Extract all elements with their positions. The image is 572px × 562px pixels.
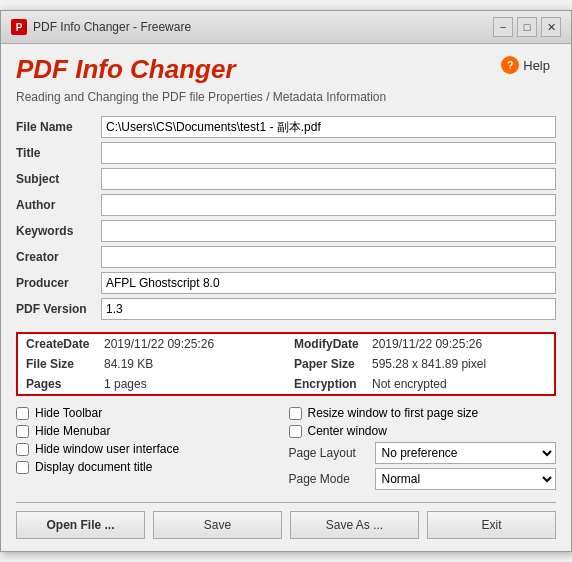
info-box: CreateDate 2019/11/22 09:25:26 ModifyDat… [16, 332, 556, 396]
create-date-cell: CreateDate 2019/11/22 09:25:26 [18, 334, 286, 354]
display-doc-title-label: Display document title [35, 460, 152, 474]
center-window-row[interactable]: Center window [289, 424, 557, 438]
file-size-cell: File Size 84.19 KB [18, 354, 286, 374]
creator-label: Creator [16, 244, 101, 270]
keywords-input[interactable] [101, 220, 556, 242]
hide-toolbar-checkbox[interactable] [16, 407, 29, 420]
options-section: Hide Toolbar Hide Menubar Hide window us… [16, 406, 556, 490]
form-grid: File Name Title Subject Author Keywords … [16, 114, 556, 322]
help-label: Help [523, 58, 550, 73]
exit-button[interactable]: Exit [427, 511, 556, 539]
main-content: File Name Title Subject Author Keywords … [1, 114, 571, 551]
producer-label: Producer [16, 270, 101, 296]
title-bar: P PDF Info Changer - Freeware − □ ✕ [1, 11, 571, 44]
create-date-label: CreateDate [26, 337, 96, 351]
button-row: Open File ... Save Save As ... Exit [16, 511, 556, 551]
save-as-button[interactable]: Save As ... [290, 511, 419, 539]
encryption-value: Not encrypted [372, 377, 447, 391]
page-mode-label: Page Mode [289, 472, 369, 486]
title-label: Title [16, 140, 101, 166]
resize-window-row[interactable]: Resize window to first page size [289, 406, 557, 420]
hide-window-ui-checkbox[interactable] [16, 443, 29, 456]
create-date-value: 2019/11/22 09:25:26 [104, 337, 214, 351]
author-input[interactable] [101, 194, 556, 216]
center-window-checkbox[interactable] [289, 425, 302, 438]
help-icon: ? [501, 56, 519, 74]
title-input[interactable] [101, 142, 556, 164]
pages-value: 1 pages [104, 377, 147, 391]
hide-window-ui-row[interactable]: Hide window user interface [16, 442, 284, 456]
paper-size-label: Paper Size [294, 357, 364, 371]
title-bar-left: P PDF Info Changer - Freeware [11, 19, 191, 35]
page-mode-select[interactable]: Normal Outlines Thumbs Full Screen Optio… [375, 468, 557, 490]
maximize-button[interactable]: □ [517, 17, 537, 37]
pages-cell: Pages 1 pages [18, 374, 286, 394]
close-button[interactable]: ✕ [541, 17, 561, 37]
creator-input[interactable] [101, 246, 556, 268]
subtitle: Reading and Changing the PDF file Proper… [1, 90, 571, 114]
options-right: Resize window to first page size Center … [289, 406, 557, 490]
title-bar-controls: − □ ✕ [493, 17, 561, 37]
file-name-label: File Name [16, 114, 101, 140]
page-layout-label: Page Layout [289, 446, 369, 460]
hide-toolbar-row[interactable]: Hide Toolbar [16, 406, 284, 420]
file-name-input[interactable] [101, 116, 556, 138]
hide-menubar-checkbox[interactable] [16, 425, 29, 438]
window-title: PDF Info Changer - Freeware [33, 20, 191, 34]
modify-date-value: 2019/11/22 09:25:26 [372, 337, 482, 351]
page-layout-select[interactable]: No preference Single Page One Column Two… [375, 442, 557, 464]
page-layout-row: Page Layout No preference Single Page On… [289, 442, 557, 464]
subject-input[interactable] [101, 168, 556, 190]
resize-window-checkbox[interactable] [289, 407, 302, 420]
save-button[interactable]: Save [153, 511, 282, 539]
author-label: Author [16, 192, 101, 218]
paper-size-cell: Paper Size 595.28 x 841.89 pixel [286, 354, 554, 374]
modify-date-cell: ModifyDate 2019/11/22 09:25:26 [286, 334, 554, 354]
minimize-button[interactable]: − [493, 17, 513, 37]
open-file-button[interactable]: Open File ... [16, 511, 145, 539]
divider [16, 502, 556, 503]
pdf-version-label: PDF Version [16, 296, 101, 322]
app-header: PDF Info Changer ? Help [1, 44, 571, 90]
file-size-label: File Size [26, 357, 96, 371]
pdf-version-input[interactable] [101, 298, 556, 320]
display-doc-title-row[interactable]: Display document title [16, 460, 284, 474]
modify-date-label: ModifyDate [294, 337, 364, 351]
main-window: P PDF Info Changer - Freeware − □ ✕ PDF … [0, 10, 572, 552]
encryption-label: Encryption [294, 377, 364, 391]
app-title: PDF Info Changer [16, 54, 236, 85]
hide-menubar-row[interactable]: Hide Menubar [16, 424, 284, 438]
pages-label: Pages [26, 377, 96, 391]
page-mode-row: Page Mode Normal Outlines Thumbs Full Sc… [289, 468, 557, 490]
hide-window-ui-label: Hide window user interface [35, 442, 179, 456]
encryption-cell: Encryption Not encrypted [286, 374, 554, 394]
display-doc-title-checkbox[interactable] [16, 461, 29, 474]
keywords-label: Keywords [16, 218, 101, 244]
producer-input[interactable] [101, 272, 556, 294]
options-left: Hide Toolbar Hide Menubar Hide window us… [16, 406, 284, 490]
paper-size-value: 595.28 x 841.89 pixel [372, 357, 486, 371]
file-size-value: 84.19 KB [104, 357, 153, 371]
center-window-label: Center window [308, 424, 387, 438]
hide-toolbar-label: Hide Toolbar [35, 406, 102, 420]
hide-menubar-label: Hide Menubar [35, 424, 110, 438]
subject-label: Subject [16, 166, 101, 192]
app-icon: P [11, 19, 27, 35]
resize-window-label: Resize window to first page size [308, 406, 479, 420]
help-button[interactable]: ? Help [495, 54, 556, 76]
